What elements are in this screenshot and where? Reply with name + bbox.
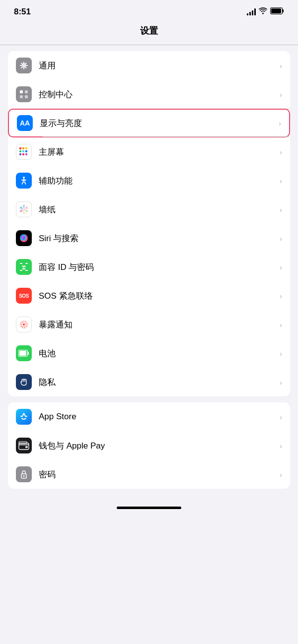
battery-chevron: › (280, 349, 282, 358)
settings-group-1: 通用 › 控制中心 › AA 显示与亮度 › (8, 51, 290, 396)
siri-icon (16, 230, 32, 246)
svg-rect-6 (25, 90, 28, 93)
siri-chevron: › (280, 234, 282, 243)
privacy-chevron: › (280, 378, 282, 386)
exposure-chevron: › (280, 321, 282, 329)
svg-rect-7 (20, 95, 23, 98)
accessibility-label: 辅助功能 (39, 175, 276, 187)
svg-rect-14 (25, 150, 27, 152)
settings-row-general[interactable]: 通用 › (8, 51, 290, 80)
appstore-icon (16, 409, 32, 425)
accessibility-icon (16, 173, 32, 189)
settings-row-siri[interactable]: Siri 与搜索 › (8, 224, 290, 253)
display-chevron: › (279, 119, 281, 128)
sos-icon: SOS (16, 288, 32, 304)
settings-row-appstore[interactable]: App Store › (8, 402, 290, 431)
svg-rect-5 (20, 90, 23, 93)
appstore-chevron: › (280, 413, 282, 421)
battery-settings-icon (16, 345, 32, 361)
svg-point-23 (23, 211, 25, 214)
svg-point-24 (19, 209, 23, 212)
svg-point-22 (25, 209, 28, 212)
settings-row-accessibility[interactable]: 辅助功能 › (8, 166, 290, 195)
settings-row-wallpaper[interactable]: 墙纸 › (8, 195, 290, 224)
svg-rect-1 (283, 9, 284, 12)
svg-point-20 (23, 205, 25, 208)
settings-group-2: App Store › 钱包与 Apple Pay › 密码 › (8, 402, 290, 489)
svg-rect-17 (25, 153, 27, 155)
siri-label: Siri 与搜索 (39, 233, 276, 244)
svg-point-18 (23, 177, 25, 179)
display-label: 显示与亮度 (40, 118, 275, 129)
settings-row-display[interactable]: AA 显示与亮度 › (8, 109, 290, 137)
general-icon (16, 58, 32, 73)
status-icons (247, 7, 284, 16)
settings-row-control-center[interactable]: 控制中心 › (8, 80, 290, 109)
privacy-label: 隐私 (39, 377, 276, 388)
svg-rect-37 (25, 446, 28, 448)
wallpaper-label: 墙纸 (39, 204, 276, 215)
accessibility-chevron: › (280, 177, 282, 185)
svg-point-21 (25, 206, 28, 209)
signal-icon (247, 8, 256, 15)
general-chevron: › (280, 62, 282, 70)
home-screen-chevron: › (280, 148, 282, 156)
svg-point-29 (23, 323, 25, 325)
page-title: 设置 (0, 21, 298, 45)
wallet-label: 钱包与 Apple Pay (39, 440, 276, 451)
svg-rect-10 (22, 147, 24, 149)
status-time: 8:51 (14, 7, 31, 17)
section-divider-top (0, 45, 298, 45)
svg-rect-16 (22, 153, 24, 155)
svg-rect-9 (19, 147, 21, 149)
battery-icon (270, 7, 284, 16)
general-label: 通用 (39, 60, 276, 71)
password-icon (16, 466, 32, 482)
appstore-label: App Store (39, 412, 276, 422)
svg-rect-34 (19, 351, 26, 356)
password-label: 密码 (39, 469, 276, 480)
settings-row-faceid[interactable]: 面容 ID 与密码 › (8, 253, 290, 281)
svg-rect-13 (22, 150, 24, 152)
settings-row-privacy[interactable]: 隐私 › (8, 368, 290, 396)
svg-rect-2 (271, 8, 281, 13)
settings-row-wallet[interactable]: 钱包与 Apple Pay › (8, 431, 290, 460)
sos-label: SOS 紧急联络 (39, 290, 276, 302)
settings-row-home-screen[interactable]: 主屏幕 › (8, 137, 290, 166)
wallet-icon (16, 438, 32, 453)
svg-rect-33 (28, 352, 29, 355)
settings-row-password[interactable]: 密码 › (8, 460, 290, 489)
wallpaper-icon (16, 201, 32, 217)
faceid-chevron: › (280, 263, 282, 271)
wallpaper-chevron: › (280, 205, 282, 214)
settings-row-battery[interactable]: 电池 › (8, 339, 290, 368)
svg-point-25 (19, 206, 23, 209)
svg-rect-8 (25, 95, 28, 98)
svg-rect-11 (25, 147, 27, 149)
home-screen-icon (16, 144, 32, 160)
svg-point-39 (23, 475, 25, 477)
privacy-icon (16, 374, 32, 390)
status-bar: 8:51 (0, 0, 298, 21)
svg-point-3 (23, 64, 25, 66)
svg-rect-15 (19, 153, 21, 155)
battery-label: 电池 (39, 348, 276, 359)
home-indicator (117, 507, 181, 509)
svg-point-27 (20, 234, 28, 242)
settings-row-exposure[interactable]: 暴露通知 › (8, 310, 290, 339)
svg-rect-12 (19, 150, 21, 152)
display-icon: AA (17, 115, 33, 131)
wifi-icon (259, 7, 267, 16)
control-center-label: 控制中心 (39, 89, 276, 100)
settings-row-sos[interactable]: SOS SOS 紧急联络 › (8, 281, 290, 310)
home-screen-label: 主屏幕 (39, 146, 276, 158)
faceid-icon (16, 259, 32, 275)
exposure-label: 暴露通知 (39, 319, 276, 330)
wallet-chevron: › (280, 442, 282, 450)
control-center-icon (16, 86, 32, 102)
control-center-chevron: › (280, 90, 282, 99)
password-chevron: › (280, 470, 282, 479)
svg-rect-36 (19, 442, 27, 444)
exposure-icon (16, 317, 32, 332)
sos-chevron: › (280, 292, 282, 300)
